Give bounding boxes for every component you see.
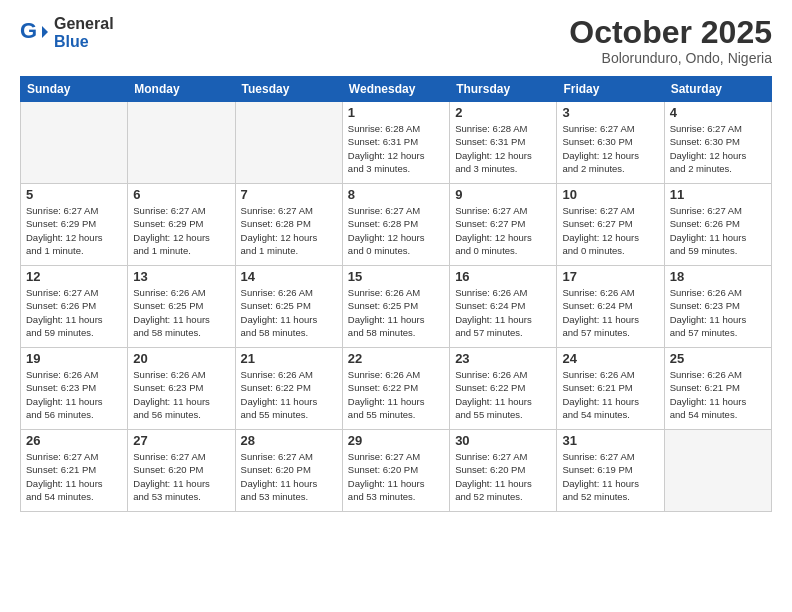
day-number: 24 [562,351,658,366]
day-number: 29 [348,433,444,448]
calendar-week-0: 1Sunrise: 6:28 AMSunset: 6:31 PMDaylight… [21,102,772,184]
col-friday: Friday [557,77,664,102]
table-row: 9Sunrise: 6:27 AMSunset: 6:27 PMDaylight… [450,184,557,266]
table-row: 6Sunrise: 6:27 AMSunset: 6:29 PMDaylight… [128,184,235,266]
day-number: 19 [26,351,122,366]
col-saturday: Saturday [664,77,771,102]
day-info: Sunrise: 6:26 AMSunset: 6:23 PMDaylight:… [133,368,229,421]
day-info: Sunrise: 6:27 AMSunset: 6:30 PMDaylight:… [670,122,766,175]
title-block: October 2025 Bolorunduro, Ondo, Nigeria [569,15,772,66]
col-monday: Monday [128,77,235,102]
day-number: 5 [26,187,122,202]
day-number: 25 [670,351,766,366]
table-row: 23Sunrise: 6:26 AMSunset: 6:22 PMDayligh… [450,348,557,430]
day-number: 31 [562,433,658,448]
day-info: Sunrise: 6:26 AMSunset: 6:21 PMDaylight:… [562,368,658,421]
day-number: 20 [133,351,229,366]
day-number: 23 [455,351,551,366]
table-row: 3Sunrise: 6:27 AMSunset: 6:30 PMDaylight… [557,102,664,184]
table-row [664,430,771,512]
col-wednesday: Wednesday [342,77,449,102]
logo-icon: G [20,18,50,48]
table-row: 7Sunrise: 6:27 AMSunset: 6:28 PMDaylight… [235,184,342,266]
day-info: Sunrise: 6:28 AMSunset: 6:31 PMDaylight:… [348,122,444,175]
table-row: 14Sunrise: 6:26 AMSunset: 6:25 PMDayligh… [235,266,342,348]
day-number: 26 [26,433,122,448]
day-number: 10 [562,187,658,202]
calendar-week-3: 19Sunrise: 6:26 AMSunset: 6:23 PMDayligh… [21,348,772,430]
table-row [128,102,235,184]
day-info: Sunrise: 6:26 AMSunset: 6:25 PMDaylight:… [348,286,444,339]
day-number: 18 [670,269,766,284]
logo-general-text: General [54,15,114,33]
logo-blue-text: Blue [54,33,114,51]
day-info: Sunrise: 6:26 AMSunset: 6:25 PMDaylight:… [241,286,337,339]
table-row: 22Sunrise: 6:26 AMSunset: 6:22 PMDayligh… [342,348,449,430]
day-number: 7 [241,187,337,202]
table-row: 11Sunrise: 6:27 AMSunset: 6:26 PMDayligh… [664,184,771,266]
table-row: 10Sunrise: 6:27 AMSunset: 6:27 PMDayligh… [557,184,664,266]
table-row: 30Sunrise: 6:27 AMSunset: 6:20 PMDayligh… [450,430,557,512]
day-info: Sunrise: 6:26 AMSunset: 6:21 PMDaylight:… [670,368,766,421]
table-row: 24Sunrise: 6:26 AMSunset: 6:21 PMDayligh… [557,348,664,430]
day-info: Sunrise: 6:27 AMSunset: 6:28 PMDaylight:… [348,204,444,257]
table-row: 17Sunrise: 6:26 AMSunset: 6:24 PMDayligh… [557,266,664,348]
day-info: Sunrise: 6:27 AMSunset: 6:26 PMDaylight:… [26,286,122,339]
calendar-header-row: Sunday Monday Tuesday Wednesday Thursday… [21,77,772,102]
table-row [235,102,342,184]
table-row: 26Sunrise: 6:27 AMSunset: 6:21 PMDayligh… [21,430,128,512]
table-row: 31Sunrise: 6:27 AMSunset: 6:19 PMDayligh… [557,430,664,512]
day-info: Sunrise: 6:27 AMSunset: 6:20 PMDaylight:… [241,450,337,503]
day-number: 4 [670,105,766,120]
day-info: Sunrise: 6:26 AMSunset: 6:25 PMDaylight:… [133,286,229,339]
svg-text:G: G [20,18,37,43]
table-row: 19Sunrise: 6:26 AMSunset: 6:23 PMDayligh… [21,348,128,430]
day-number: 13 [133,269,229,284]
day-info: Sunrise: 6:27 AMSunset: 6:27 PMDaylight:… [455,204,551,257]
day-number: 6 [133,187,229,202]
day-number: 9 [455,187,551,202]
location-subtitle: Bolorunduro, Ondo, Nigeria [569,50,772,66]
day-number: 11 [670,187,766,202]
table-row: 15Sunrise: 6:26 AMSunset: 6:25 PMDayligh… [342,266,449,348]
day-info: Sunrise: 6:27 AMSunset: 6:19 PMDaylight:… [562,450,658,503]
table-row: 25Sunrise: 6:26 AMSunset: 6:21 PMDayligh… [664,348,771,430]
day-info: Sunrise: 6:26 AMSunset: 6:24 PMDaylight:… [562,286,658,339]
logo-text: General Blue [54,15,114,50]
day-info: Sunrise: 6:27 AMSunset: 6:21 PMDaylight:… [26,450,122,503]
calendar-week-4: 26Sunrise: 6:27 AMSunset: 6:21 PMDayligh… [21,430,772,512]
day-number: 1 [348,105,444,120]
table-row: 1Sunrise: 6:28 AMSunset: 6:31 PMDaylight… [342,102,449,184]
day-info: Sunrise: 6:27 AMSunset: 6:20 PMDaylight:… [348,450,444,503]
day-info: Sunrise: 6:26 AMSunset: 6:22 PMDaylight:… [455,368,551,421]
day-number: 16 [455,269,551,284]
day-info: Sunrise: 6:26 AMSunset: 6:23 PMDaylight:… [26,368,122,421]
table-row: 28Sunrise: 6:27 AMSunset: 6:20 PMDayligh… [235,430,342,512]
day-info: Sunrise: 6:27 AMSunset: 6:26 PMDaylight:… [670,204,766,257]
header: G General Blue October 2025 Bolorunduro,… [20,15,772,66]
table-row [21,102,128,184]
table-row: 16Sunrise: 6:26 AMSunset: 6:24 PMDayligh… [450,266,557,348]
svg-marker-1 [42,26,48,38]
calendar-week-1: 5Sunrise: 6:27 AMSunset: 6:29 PMDaylight… [21,184,772,266]
table-row: 8Sunrise: 6:27 AMSunset: 6:28 PMDaylight… [342,184,449,266]
col-thursday: Thursday [450,77,557,102]
day-number: 15 [348,269,444,284]
table-row: 21Sunrise: 6:26 AMSunset: 6:22 PMDayligh… [235,348,342,430]
page: G General Blue October 2025 Bolorunduro,… [0,0,792,612]
day-number: 22 [348,351,444,366]
table-row: 27Sunrise: 6:27 AMSunset: 6:20 PMDayligh… [128,430,235,512]
day-number: 28 [241,433,337,448]
table-row: 12Sunrise: 6:27 AMSunset: 6:26 PMDayligh… [21,266,128,348]
day-info: Sunrise: 6:27 AMSunset: 6:29 PMDaylight:… [26,204,122,257]
day-number: 2 [455,105,551,120]
table-row: 18Sunrise: 6:26 AMSunset: 6:23 PMDayligh… [664,266,771,348]
table-row: 5Sunrise: 6:27 AMSunset: 6:29 PMDaylight… [21,184,128,266]
day-number: 12 [26,269,122,284]
day-number: 3 [562,105,658,120]
table-row: 4Sunrise: 6:27 AMSunset: 6:30 PMDaylight… [664,102,771,184]
calendar-week-2: 12Sunrise: 6:27 AMSunset: 6:26 PMDayligh… [21,266,772,348]
calendar-table: Sunday Monday Tuesday Wednesday Thursday… [20,76,772,512]
day-number: 8 [348,187,444,202]
month-title: October 2025 [569,15,772,50]
